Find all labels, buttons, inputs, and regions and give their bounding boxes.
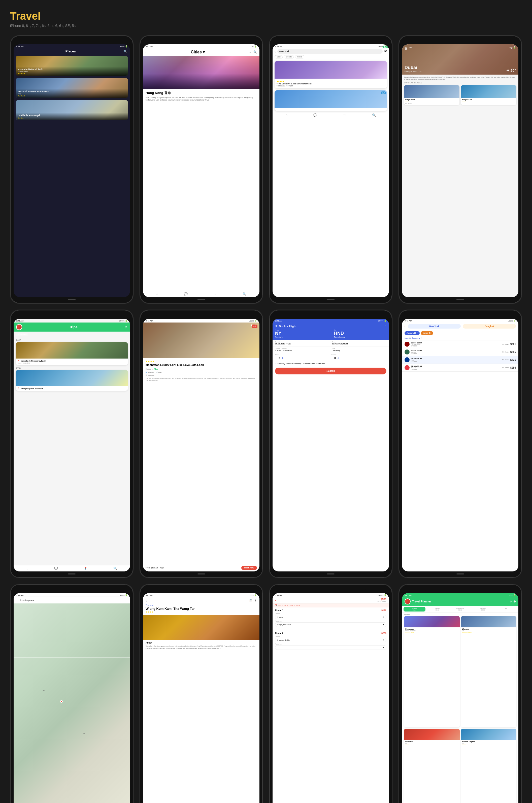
city-tab-bkk[interactable]: Bangkok [463, 324, 516, 329]
guests-value-2[interactable]: 2 guests, 1 child ▾ [275, 638, 386, 642]
more-options-icon[interactable]: ⋮ [125, 598, 128, 602]
back-icon[interactable]: ‹ [146, 598, 147, 602]
phone-home-button[interactable] [197, 299, 205, 300]
back-icon[interactable]: ‹ [404, 324, 406, 328]
map-pin[interactable] [60, 700, 63, 703]
phone-home-button[interactable] [327, 574, 335, 575]
class-business[interactable]: Business Class [303, 362, 315, 365]
day-more[interactable]: Fr › [495, 607, 517, 612]
share-icon[interactable]: ⬆ [255, 599, 257, 602]
add-trip-icon[interactable]: ⊕ [125, 325, 128, 329]
map-icon[interactable]: 🗺 [384, 50, 387, 53]
room-type-value-2[interactable]: ▾ [275, 645, 386, 650]
class-first[interactable]: First Class [316, 362, 325, 365]
nav-home-icon[interactable]: ⌂ [286, 113, 287, 117]
adults-plus-button[interactable]: + [282, 356, 284, 360]
bookmark-icon[interactable]: ♡ [255, 324, 258, 327]
book-now-button[interactable]: Book now [241, 566, 257, 570]
children-minus-button[interactable]: − [331, 356, 333, 360]
back-icon[interactable]: ‹ [274, 50, 276, 53]
nav-search-icon[interactable]: 🔍 [113, 567, 117, 570]
nav-bookmark-icon[interactable]: ♡ [343, 113, 346, 117]
place-burj-al-arab[interactable]: Burj Al Arab ★★★★ [461, 85, 516, 105]
search-icon[interactable]: 🔍 [253, 50, 257, 54]
user-avatar[interactable] [16, 324, 22, 330]
phone-home-button[interactable] [68, 299, 76, 300]
pill-filters[interactable]: Filters [295, 55, 304, 58]
flight-detail-4: 12:45 - 00:05 China Eastern JFK-BKK [411, 365, 500, 370]
newest-filter[interactable]: Newest ▾ [16, 333, 28, 336]
date-pill-departure[interactable]: January, 20 ▾ [404, 331, 420, 335]
nav-search-icon[interactable]: 🔍 [243, 292, 246, 296]
children-group: Children − 0 + [331, 354, 386, 360]
flight-result-2[interactable]: 12:45 - 00:05 EVA Air JFK-BKK 23h 20min … [402, 348, 518, 356]
place-burj-khalifa[interactable]: Burj Khalifa ★★★★ 458 reviews [404, 85, 459, 105]
hosted-by: Hosted by Alex [146, 368, 257, 370]
map-search-input[interactable]: Los Angeles [20, 599, 123, 601]
nav-chat-icon[interactable]: 💬 [54, 567, 58, 570]
dest-gdynia[interactable]: Harbor, Gdynia City ★★★★ [461, 729, 517, 803]
menu-icon[interactable]: ☰ [16, 598, 19, 602]
hotel-card-2[interactable]: 7.8 [274, 90, 387, 111]
room-type-field-1: Room type Single, Mini-Suite ▾ [275, 620, 386, 627]
hotel-search-box[interactable]: New York [277, 49, 383, 54]
dest-warsaw[interactable]: Warsaw City ★★★★★ (8,389) [461, 616, 517, 727]
nav-chat-icon[interactable]: 💬 [184, 292, 188, 296]
children-plus-button[interactable]: + [337, 356, 339, 360]
travelers-bar[interactable]: 1 adult, Economy ▾ [402, 336, 518, 340]
adults-minus-button[interactable]: − [275, 356, 277, 360]
time: 9:41 AM [16, 45, 23, 48]
day-thursday[interactable]: Thursday 03.12 [472, 607, 494, 612]
status-bar: 9:41 AM 100% 🔋 [143, 319, 260, 322]
trip-card-1[interactable]: 📍 Monestir de Montserrat, Spain 23.11 - … [16, 342, 128, 365]
phone-home-button[interactable] [456, 299, 464, 300]
wkk-image [143, 615, 260, 640]
class-premium-economy[interactable]: Premium Economy [286, 362, 301, 365]
more-icon[interactable]: ⋮ [384, 325, 386, 328]
cities-title[interactable]: Cities ▾ [191, 50, 205, 54]
pill-date[interactable]: Date [274, 55, 283, 58]
search-flights-button[interactable]: Search [275, 368, 386, 374]
flight-result-4[interactable]: 12:45 - 00:05 China Eastern JFK-BKK 23h … [402, 364, 518, 372]
user-avatar[interactable] [404, 598, 411, 604]
day-wednesday[interactable]: Wednesday 02.12 [449, 607, 471, 612]
nav-home-icon[interactable]: ⌂ [156, 292, 158, 296]
share-icon[interactable]: ⬆ [250, 324, 252, 327]
back-icon[interactable]: ‹ [275, 598, 276, 602]
dest-stryszawa[interactable]: Stryszawa Nature, Mountains ★★★★★ (262) [404, 616, 460, 727]
flight-header: ✈ Book a Flight ⋮ From NY New York → To … [272, 322, 389, 340]
pill-guests[interactable]: Guests [284, 55, 294, 58]
trip-card-2[interactable]: 📍 Kelingking Tour, Indonesia [16, 370, 128, 391]
phone-home-button[interactable] [68, 574, 76, 575]
flight-result-1[interactable]: 09:45 - 18:50 Qatar Airways JFK-BKK 21h … [402, 340, 518, 348]
class-economy[interactable]: ✓ Economy [275, 362, 285, 365]
settings-icon[interactable]: ⚙ [510, 600, 512, 603]
map-view[interactable]: I-10 I-5 [14, 603, 130, 803]
nav-search-icon[interactable]: 🔍 [372, 113, 376, 117]
phone-home-button[interactable] [327, 299, 335, 300]
nav-bookmark-icon[interactable]: ♡ [214, 292, 216, 296]
back-icon[interactable]: ‹ [146, 50, 147, 54]
status-bar: 9:41 AM 100% 🔋 [14, 319, 130, 322]
room-type-value-1[interactable]: Single, Mini-Suite ▾ [275, 622, 386, 627]
day-tuesday[interactable]: Tuesday 01.12 [426, 607, 449, 612]
flight-result-3[interactable]: 09:45 - 18:50 KLM JFK-BKK 20h 45min $825 [402, 356, 518, 364]
add-icon[interactable]: ⊕ [513, 600, 516, 603]
nav-pin-icon[interactable]: 📍 [83, 567, 88, 570]
city-tab-ny[interactable]: New York [408, 324, 461, 329]
place-card-1[interactable]: Yosemite National Park United States ★★★… [16, 56, 128, 76]
place-card-2[interactable]: Bocca di Navene, Brentonico Italy ★★★★★ [16, 78, 128, 98]
nav-home-icon[interactable]: ⌂ [26, 567, 28, 570]
nav-chat-icon[interactable]: 💬 [314, 113, 317, 117]
bookmark-icon[interactable]: 📋 [249, 599, 253, 602]
bookmark-icon[interactable]: ♡ [249, 50, 251, 54]
place-card-3[interactable]: Calella de Palafrugell ★★★★ [16, 100, 128, 120]
phone-home-button[interactable] [456, 574, 464, 575]
dest-wroclaw[interactable]: Wrocław City ★★★★ [404, 729, 460, 803]
search-icon[interactable]: 🔍 [124, 50, 127, 53]
hotel-card-1[interactable]: 5.4 ★★★★★ "The Country" & the NYC Waterf… [274, 61, 387, 88]
phone-home-button[interactable] [197, 574, 205, 575]
date-pill-return[interactable]: March, 5 ▾ [421, 331, 433, 335]
guests-value-1[interactable]: 1 guest ▾ [275, 615, 386, 619]
day-monday[interactable]: Monday 30.11 [403, 607, 425, 612]
